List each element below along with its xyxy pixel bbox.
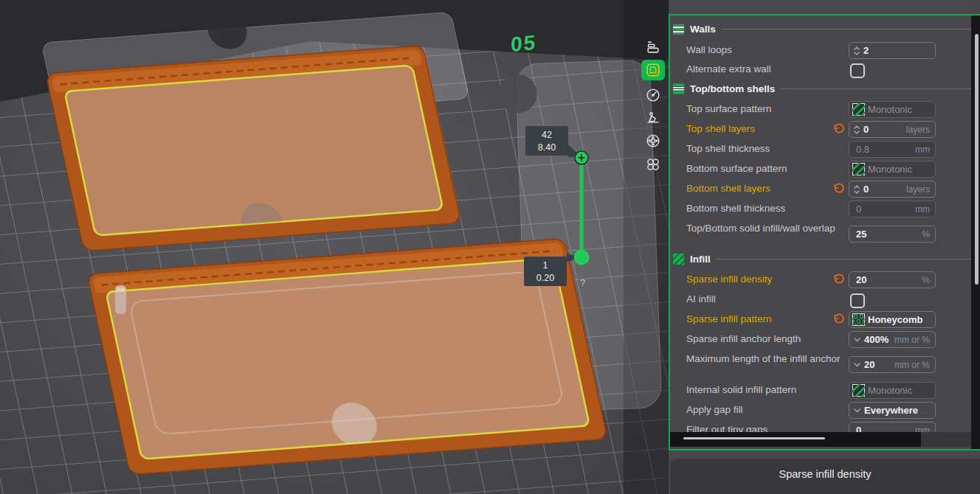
apply-gap-fill-select[interactable]: Everywhere	[849, 402, 936, 419]
horizontal-scrollbar-thumb[interactable]	[683, 437, 825, 439]
label-ai-infill: AI infill	[686, 291, 834, 307]
spin-arrows-icon[interactable]	[853, 184, 860, 195]
label-alternate-extra-wall: Alternate extra wall	[686, 61, 834, 77]
top-layer-number: 42	[542, 130, 552, 140]
label-sparse-infill-pattern: Sparse infill pattern	[686, 311, 834, 327]
label-sparse-infill-anchor: Sparse infill anchor length	[686, 331, 834, 347]
tab-speed[interactable]	[641, 85, 665, 105]
tab-strength[interactable]	[641, 60, 665, 80]
section-header-walls: Walls	[673, 23, 971, 35]
section-title: Infill	[690, 254, 711, 265]
model-ghost-pin	[115, 285, 126, 314]
top-bottom-overlap-input[interactable]: 25 %	[849, 226, 936, 243]
unit-label: layers	[906, 184, 930, 195]
reset-sparse-infill-pattern-button[interactable]	[832, 313, 845, 326]
sparse-infill-anchor-value: 400%	[864, 334, 888, 345]
settings-panel: Walls Wall loops 2 Alternate extra wall …	[669, 0, 980, 494]
label-top-bottom-overlap: Top/Bottom solid infill/wall overlap	[686, 223, 847, 234]
tab-filament[interactable]	[641, 131, 665, 151]
monotonic-pattern-icon	[852, 384, 865, 397]
max-anchor-length-select[interactable]: 20 mm or %	[849, 356, 936, 373]
unit-label: %	[922, 229, 930, 240]
bottom-surface-pattern-value: Monotonic	[868, 164, 912, 175]
sparse-infill-density-value: 20	[856, 274, 866, 285]
spin-arrows-icon[interactable]	[853, 124, 860, 136]
wall-loops-value: 2	[863, 45, 869, 56]
sparse-infill-pattern-select[interactable]: Honeycomb	[849, 311, 936, 328]
bottom-shell-thickness-input[interactable]: 0 mm	[849, 201, 936, 218]
tab-support[interactable]	[641, 106, 665, 127]
slicer-app: 05 42 8.40 1 0.20 ?	[0, 0, 980, 494]
infill-icon	[673, 254, 684, 265]
top-surface-pattern-select[interactable]: Monotonic	[849, 101, 936, 118]
chevron-down-icon[interactable]	[853, 406, 861, 414]
vertical-scrollbar[interactable]	[971, 15, 980, 449]
sparse-infill-density-input[interactable]: 20 %	[849, 271, 936, 288]
bottom-shell-layers-spinner[interactable]: 0 layers	[849, 181, 936, 198]
label-bottom-shell-thickness: Bottom shell thickness	[686, 201, 834, 217]
filament-icon	[645, 133, 661, 149]
reset-icon	[832, 274, 845, 286]
top-bottom-overlap-value: 25	[856, 229, 866, 240]
chevron-down-icon[interactable]	[853, 361, 861, 369]
ai-infill-checkbox[interactable]	[850, 293, 865, 308]
chevron-down-icon[interactable]	[853, 335, 861, 344]
reset-icon	[832, 123, 845, 136]
unit-label: mm or %	[894, 335, 930, 345]
sparse-infill-anchor-select[interactable]: 400% mm or %	[849, 331, 936, 348]
bottom-layer-number: 1	[543, 260, 548, 271]
monotonic-pattern-icon	[852, 163, 865, 175]
tab-quality[interactable]	[641, 37, 665, 58]
panel-border-top	[669, 14, 980, 15]
section-header-infill: Infill	[673, 253, 971, 265]
setting-tooltip-panel: Sparse infill density	[670, 459, 980, 494]
spin-arrows-icon[interactable]	[853, 45, 860, 57]
label-max-anchor-length: Maximum length of the infill anchor	[686, 353, 847, 365]
vertical-scrollbar-thumb[interactable]	[975, 34, 979, 285]
bottom-layer-height: 0.20	[536, 273, 554, 283]
label-sparse-infill-density: Sparse infill density	[686, 271, 834, 288]
label-top-shell-thickness: Top shell thickness	[686, 141, 834, 157]
sliced-model-upper[interactable]	[46, 46, 462, 257]
top-shell-thickness-input[interactable]: 0.8 mm	[849, 141, 936, 158]
unit-label: mm	[915, 145, 930, 155]
strength-icon	[645, 62, 661, 78]
bottom-shell-thickness-value: 0	[856, 203, 861, 215]
unit-label: mm or %	[894, 360, 930, 370]
support-icon	[645, 108, 661, 125]
wall-loops-spinner[interactable]: 2	[849, 42, 936, 59]
reset-bottom-shell-layers-button[interactable]	[832, 183, 845, 195]
bottom-surface-pattern-select[interactable]: Monotonic	[849, 161, 936, 178]
reset-sparse-infill-density-button[interactable]	[832, 274, 845, 286]
top-shell-layers-value: 0	[863, 124, 869, 135]
tab-others[interactable]	[641, 154, 665, 175]
layer-slider-bottom-handle[interactable]	[574, 250, 590, 265]
unit-label: mm	[915, 204, 930, 215]
slider-hint: ?	[580, 277, 585, 288]
internal-solid-pattern-select[interactable]: Monotonic	[849, 382, 936, 399]
top-shell-thickness-value: 0.8	[856, 144, 869, 155]
label-wall-loops: Wall loops	[686, 42, 834, 58]
max-anchor-length-value: 20	[864, 359, 874, 370]
label-top-surface-pattern: Top surface pattern	[686, 101, 834, 117]
alternate-extra-wall-checkbox[interactable]	[850, 63, 865, 78]
reset-top-shell-layers-button[interactable]	[832, 123, 845, 136]
bottom-shell-layers-value: 0	[863, 184, 869, 195]
scrollbar-corner	[921, 432, 971, 447]
search-input[interactable]	[670, 0, 968, 9]
quality-icon	[645, 39, 661, 55]
plate-number-badge: 05	[511, 31, 537, 56]
section-header-shells: Top/bottom shells	[673, 83, 971, 94]
tooltip-title: Sparse infill density	[779, 468, 872, 494]
label-apply-gap-fill: Apply gap fill	[686, 402, 834, 418]
walls-icon	[673, 24, 684, 35]
top-shell-layers-spinner[interactable]: 0 layers	[849, 121, 936, 138]
honeycomb-pattern-icon	[852, 313, 865, 326]
unit-label: layers	[906, 125, 930, 135]
others-icon	[645, 156, 661, 173]
panel-border-bottom	[669, 449, 980, 450]
monotonic-pattern-icon	[852, 103, 865, 116]
viewport-3d[interactable]: 05 42 8.40 1 0.20 ?	[0, 0, 669, 494]
reset-icon	[832, 183, 845, 195]
unit-label: %	[922, 275, 930, 285]
